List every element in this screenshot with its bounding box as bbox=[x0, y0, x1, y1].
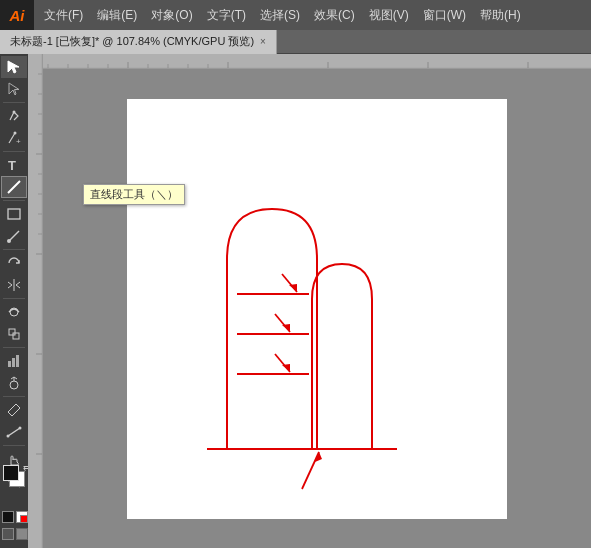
tool-divider-3 bbox=[3, 200, 25, 201]
color-area: ⇄ bbox=[3, 465, 27, 493]
paintbrush-tool[interactable] bbox=[1, 225, 27, 247]
svg-rect-5 bbox=[8, 209, 20, 219]
main-area: + T bbox=[0, 54, 591, 548]
symbol-sprayer-tool[interactable] bbox=[1, 372, 27, 394]
pen-tool[interactable] bbox=[1, 105, 27, 127]
svg-line-16 bbox=[8, 428, 20, 436]
svg-text:+: + bbox=[16, 137, 21, 146]
add-anchor-tool[interactable]: + bbox=[1, 127, 27, 149]
svg-point-1 bbox=[14, 132, 17, 135]
svg-line-15 bbox=[13, 404, 16, 407]
svg-line-58 bbox=[302, 452, 319, 489]
tool-divider-5 bbox=[3, 298, 25, 299]
view-mode-area bbox=[2, 511, 28, 523]
artwork-svg bbox=[127, 99, 507, 519]
screen-mode-area bbox=[2, 528, 28, 540]
warp-tool[interactable] bbox=[1, 301, 27, 323]
svg-marker-55 bbox=[282, 324, 290, 332]
svg-rect-11 bbox=[8, 361, 11, 367]
scale-tool[interactable] bbox=[1, 323, 27, 345]
svg-point-14 bbox=[10, 381, 18, 389]
tab-close-button[interactable]: × bbox=[260, 36, 266, 47]
svg-text:T: T bbox=[8, 158, 16, 173]
menu-edit[interactable]: 编辑(E) bbox=[91, 5, 143, 26]
direct-selection-tool[interactable] bbox=[1, 78, 27, 100]
svg-line-4 bbox=[8, 181, 20, 193]
rotate-tool[interactable] bbox=[1, 252, 27, 274]
ruler-horizontal bbox=[28, 54, 591, 69]
canvas-area: 直线段工具（＼） bbox=[28, 54, 591, 548]
menu-select[interactable]: 选择(S) bbox=[254, 5, 306, 26]
menu-help[interactable]: 帮助(H) bbox=[474, 5, 527, 26]
ruler-vertical bbox=[28, 54, 43, 548]
line-tool[interactable] bbox=[1, 176, 27, 198]
rectangle-tool[interactable] bbox=[1, 203, 27, 225]
svg-rect-9 bbox=[9, 329, 15, 335]
fill-box[interactable] bbox=[2, 511, 14, 523]
stroke-box[interactable] bbox=[16, 511, 28, 523]
menu-effect[interactable]: 效果(C) bbox=[308, 5, 361, 26]
measure-tool[interactable] bbox=[1, 421, 27, 443]
svg-point-17 bbox=[7, 435, 10, 438]
menu-bar: 文件(F) 编辑(E) 对象(O) 文字(T) 选择(S) 效果(C) 视图(V… bbox=[34, 0, 591, 30]
tool-divider-8 bbox=[3, 445, 25, 446]
menu-text[interactable]: 文字(T) bbox=[201, 5, 252, 26]
svg-rect-10 bbox=[13, 333, 19, 339]
svg-marker-57 bbox=[282, 364, 290, 372]
tooltip: 直线段工具（＼） bbox=[83, 184, 185, 205]
tool-divider-6 bbox=[3, 347, 25, 348]
svg-rect-12 bbox=[12, 358, 15, 367]
tab-bar: 未标题-1 [已恢复]* @ 107.84% (CMYK/GPU 预览) × bbox=[0, 30, 591, 54]
svg-point-18 bbox=[19, 427, 22, 430]
artboard bbox=[127, 99, 507, 519]
tool-divider-2 bbox=[3, 151, 25, 152]
menu-file[interactable]: 文件(F) bbox=[38, 5, 89, 26]
color-fg[interactable] bbox=[3, 465, 19, 481]
tool-divider-7 bbox=[3, 396, 25, 397]
tool-divider-4 bbox=[3, 249, 25, 250]
menu-object[interactable]: 对象(O) bbox=[145, 5, 198, 26]
graph-tool[interactable] bbox=[1, 350, 27, 372]
eyedropper-tool[interactable] bbox=[1, 399, 27, 421]
tab-title: 未标题-1 [已恢复]* @ 107.84% (CMYK/GPU 预览) bbox=[10, 34, 254, 49]
type-tool[interactable]: T bbox=[1, 154, 27, 176]
document-tab[interactable]: 未标题-1 [已恢复]* @ 107.84% (CMYK/GPU 预览) × bbox=[0, 30, 277, 54]
white-canvas bbox=[43, 69, 591, 548]
selection-tool[interactable] bbox=[1, 56, 27, 78]
menu-view[interactable]: 视图(V) bbox=[363, 5, 415, 26]
tool-divider-1 bbox=[3, 102, 25, 103]
svg-rect-13 bbox=[16, 355, 19, 367]
menu-window[interactable]: 窗口(W) bbox=[417, 5, 472, 26]
toolbar: + T bbox=[0, 54, 28, 548]
reflect-tool[interactable] bbox=[1, 274, 27, 296]
app-logo: Ai bbox=[0, 0, 34, 30]
svg-point-6 bbox=[7, 239, 11, 243]
normal-mode[interactable] bbox=[2, 528, 14, 540]
title-bar: Ai 文件(F) 编辑(E) 对象(O) 文字(T) 选择(S) 效果(C) 视… bbox=[0, 0, 591, 30]
svg-marker-53 bbox=[289, 284, 297, 292]
full-screen-mode[interactable] bbox=[16, 528, 28, 540]
svg-point-0 bbox=[13, 111, 16, 114]
